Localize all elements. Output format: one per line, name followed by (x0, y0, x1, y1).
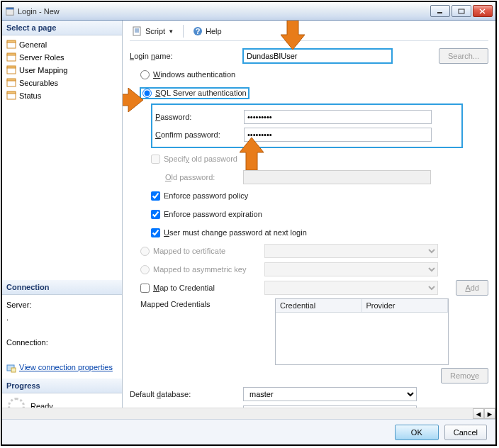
map-credential-checkbox[interactable]: Map to Credential (140, 284, 264, 293)
sql-auth-radio[interactable]: SQL Server authentication (140, 88, 249, 99)
enforce-policy-label: Enforce password policy (164, 191, 248, 200)
server-value: . (6, 312, 118, 325)
windows-auth-radio[interactable]: Windows authentication (140, 70, 235, 79)
dialog-buttons: OK Cancel (2, 419, 495, 444)
page-label: User Mapping (19, 66, 67, 74)
page-icon (6, 65, 16, 75)
dialog-window: Login - New Select a page General Server… (1, 1, 497, 446)
page-label: Server Roles (19, 53, 65, 62)
credentials-table: CredentialProvider (275, 298, 449, 365)
mapped-credentials-label: Mapped Credentials (140, 298, 275, 308)
connection-label: Connection: (6, 337, 118, 349)
enforce-expiration-label: Enforce password expiration (164, 210, 262, 218)
ok-button[interactable]: OK (395, 425, 439, 440)
windows-auth-label: Windows authentication (153, 70, 235, 79)
password-label: Password: (155, 113, 244, 121)
toolbar: Script ▼ ? Help (130, 25, 488, 41)
default-db-select[interactable]: master (243, 387, 417, 401)
remove-button: Remove (441, 368, 488, 383)
svg-rect-7 (7, 40, 16, 43)
script-icon (133, 26, 142, 36)
svg-marker-21 (281, 21, 305, 50)
old-password-input (243, 170, 431, 184)
page-icon (6, 40, 16, 50)
login-name-input[interactable] (243, 49, 392, 63)
help-button[interactable]: ? Help (190, 25, 225, 38)
close-button[interactable] (473, 5, 493, 17)
add-button: Add (456, 280, 488, 296)
search-button[interactable]: Search... (439, 48, 488, 64)
page-list: General Server Roles User Mapping Secura… (2, 35, 122, 105)
window-title: Login - New (18, 7, 430, 16)
scroll-left-button[interactable]: ◄ (473, 408, 484, 419)
map-credential-label: Map to Credential (153, 284, 215, 292)
page-icon (6, 52, 16, 62)
sql-auth-label: SQL Server authentication (155, 89, 247, 97)
svg-rect-18 (133, 27, 140, 35)
mapped-cert-radio: Mapped to certificate (140, 247, 264, 256)
password-input[interactable] (244, 110, 432, 124)
progress-header: Progress (2, 379, 122, 393)
page-status[interactable]: Status (4, 89, 120, 102)
sidebar: Select a page General Server Roles User … (2, 21, 123, 419)
script-button[interactable]: Script ▼ (130, 25, 176, 38)
horizontal-scrollbar[interactable]: ◄ ► (2, 408, 495, 419)
specify-old-password-checkbox: Specify old password (151, 155, 237, 164)
minimize-button[interactable] (430, 5, 450, 17)
server-label: Server: (6, 299, 118, 312)
help-label: Help (206, 27, 222, 35)
svg-rect-15 (7, 91, 16, 94)
properties-icon (6, 363, 16, 373)
map-credential-select (264, 281, 438, 295)
must-change-label: User must change password at next login (164, 228, 307, 237)
svg-rect-3 (459, 9, 464, 13)
default-db-label: Default database: (130, 390, 243, 398)
svg-rect-13 (7, 79, 16, 81)
page-server-roles[interactable]: Server Roles (4, 51, 120, 64)
page-icon (6, 78, 16, 88)
view-connection-link[interactable]: View connection properties (19, 362, 113, 374)
confirm-password-input[interactable] (244, 128, 432, 142)
titlebar: Login - New (2, 2, 495, 21)
connection-info: Server: . Connection: View connection pr… (2, 295, 122, 379)
help-icon: ? (193, 26, 203, 36)
page-icon (6, 91, 16, 101)
confirm-password-label: Confirm password: (155, 130, 244, 139)
col-provider: Provider (362, 299, 449, 312)
mapped-asym-select (264, 262, 438, 276)
enforce-expiration-checkbox[interactable]: Enforce password expiration (151, 210, 262, 219)
scroll-right-button[interactable]: ► (484, 408, 495, 419)
col-credential: Credential (276, 299, 362, 312)
must-change-checkbox[interactable]: User must change password at next login (151, 228, 307, 237)
login-name-label: LLogin name:ogin name: (130, 52, 243, 60)
specify-old-label: Specify old password (164, 155, 237, 163)
password-group: Password: Confirm password: (151, 103, 463, 148)
page-label: Status (19, 91, 41, 100)
page-label: Securables (19, 79, 58, 87)
mapped-cert-select (264, 244, 438, 258)
script-label: Script (145, 27, 165, 35)
mapped-asym-label: Mapped to asymmetric key (153, 265, 246, 274)
dropdown-icon: ▼ (168, 28, 174, 35)
svg-rect-17 (11, 368, 16, 372)
enforce-policy-checkbox[interactable]: Enforce password policy (151, 191, 248, 201)
mapped-asym-radio: Mapped to asymmetric key (140, 265, 264, 274)
svg-marker-23 (240, 138, 264, 170)
maximize-button[interactable] (452, 5, 471, 17)
svg-text:?: ? (196, 27, 201, 35)
app-icon (5, 6, 15, 16)
annotation-arrow-right-icon (123, 88, 143, 112)
page-label: General (19, 40, 47, 49)
page-user-mapping[interactable]: User Mapping (4, 64, 120, 77)
annotation-arrow-down-icon (281, 21, 305, 50)
cancel-button[interactable]: Cancel (444, 425, 487, 440)
svg-rect-9 (7, 53, 16, 55)
page-general[interactable]: General (4, 38, 120, 51)
page-securables[interactable]: Securables (4, 77, 120, 89)
connection-header: Connection (2, 280, 122, 295)
select-page-header: Select a page (2, 21, 122, 35)
annotation-arrow-up-icon (240, 138, 264, 170)
mapped-cert-label: Mapped to certificate (153, 247, 225, 255)
old-password-label: Old password: (165, 173, 243, 181)
svg-rect-11 (7, 66, 16, 68)
